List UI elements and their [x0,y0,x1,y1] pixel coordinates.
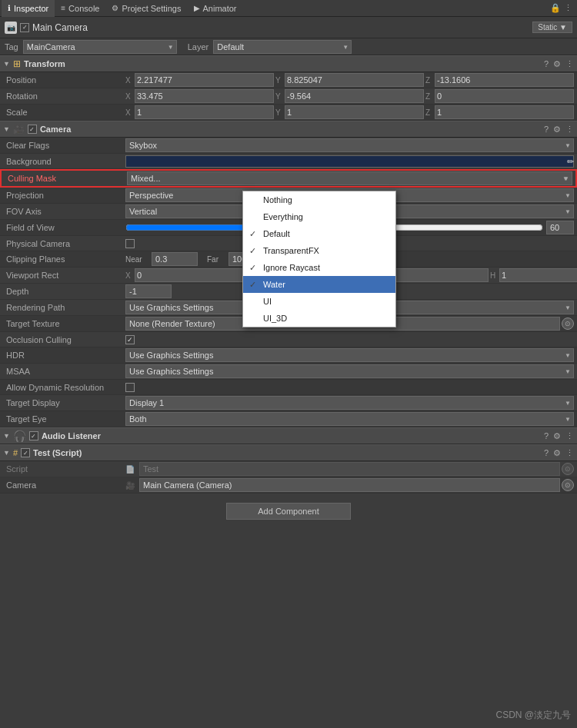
allow-dynamic-checkbox[interactable] [125,383,135,392]
occlusion-culling-checkbox[interactable]: ✓ [125,335,135,344]
script-file-icon: 📄 [125,465,135,474]
test-script-arrow[interactable]: ▼ [3,449,10,457]
object-name: Main Camera [32,22,529,33]
static-button[interactable]: Static ▼ [532,22,572,33]
tab-inspector[interactable]: ℹ Inspector [2,0,55,17]
vp-h-input[interactable] [499,268,577,282]
dropdown-item-ui[interactable]: UI [243,293,395,310]
scale-fields: X Y Z [125,105,574,119]
dropdown-item-ignore-raycast[interactable]: ✓ Ignore Raycast [243,259,395,276]
tab-project-settings-label: Project Settings [122,4,181,13]
transform-menu-icon[interactable]: ⋮ [565,59,574,69]
camera-title: Camera [40,125,541,134]
physical-camera-checkbox[interactable] [125,239,135,248]
clear-flags-select[interactable]: Skybox [125,138,574,152]
test-help-icon[interactable]: ? [544,448,549,458]
hdr-select[interactable]: Use Graphics Settings [125,348,574,362]
audio-listener-actions: ? ⚙ ⋮ [544,431,574,441]
camera-settings-icon[interactable]: ⚙ [553,125,561,135]
dropdown-item-default[interactable]: ✓ Default [243,225,395,242]
msaa-row: MSAA Use Graphics Settings [0,364,577,380]
pos-y-label: Y [275,76,283,85]
scale-x-input[interactable] [135,105,274,119]
script-camera-picker-button[interactable]: ⊙ [562,479,574,491]
msaa-select[interactable]: Use Graphics Settings [125,364,574,378]
dropdown-item-nothing[interactable]: Nothing [243,191,395,208]
audio-listener-enabled-checkbox[interactable]: ✓ [29,431,38,440]
audio-menu-icon[interactable]: ⋮ [565,431,574,441]
camera-menu-icon[interactable]: ⋮ [565,125,574,135]
script-camera-input[interactable] [139,478,560,492]
pos-z-label: Z [425,76,433,85]
pos-z-input[interactable] [435,73,574,87]
depth-input[interactable] [125,284,172,298]
target-texture-label: Target Texture [6,319,125,328]
water-label: Water [263,280,285,289]
add-component-button[interactable]: Add Component [226,503,351,520]
vp-x-input[interactable] [135,268,245,282]
lock-icon[interactable]: 🔒 [550,3,561,13]
test-script-enabled-checkbox[interactable]: ✓ [21,448,30,457]
pos-y-input[interactable] [285,73,424,87]
target-eye-row: Target Eye Both [0,411,577,427]
culling-mask-row: Culling Mask Mixed... ▼ [0,169,577,188]
rot-z-input[interactable] [435,89,574,103]
audio-listener-title: Audio Listener [42,431,541,440]
dropdown-item-transparentfx[interactable]: ✓ TransparentFX [243,242,395,259]
object-active-checkbox[interactable]: ✓ [20,23,29,32]
transform-help-icon[interactable]: ? [544,59,549,69]
target-display-row: Target Display Display 1 [0,395,577,411]
test-menu-icon[interactable]: ⋮ [565,448,574,458]
layer-select[interactable]: Default [213,40,352,54]
clip-near-input[interactable] [152,252,198,266]
tab-inspector-label: Inspector [14,4,48,13]
tab-animator[interactable]: ▶ Animator [188,0,243,17]
fov-number-input[interactable] [546,221,574,234]
target-texture-picker-button[interactable]: ⊙ [562,317,574,330]
hdr-dropdown-wrapper: Use Graphics Settings [125,348,574,362]
scale-x-label: X [125,108,133,117]
transform-arrow[interactable]: ▼ [3,60,10,68]
scale-z-input[interactable] [435,105,574,119]
camera-enabled-checkbox[interactable]: ✓ [28,125,37,134]
target-display-select[interactable]: Display 1 [125,396,574,410]
scale-y-input[interactable] [285,105,424,119]
background-color-picker[interactable] [125,155,574,168]
tag-select[interactable]: MainCamera [23,40,177,54]
test-settings-icon[interactable]: ⚙ [553,448,561,458]
dropdown-item-water[interactable]: ✓ Water [243,276,395,293]
culling-mask-text: Mixed... [131,174,161,183]
script-picker-button[interactable]: ⊙ [562,463,574,475]
add-component-area: Add Component [0,494,577,529]
target-eye-select[interactable]: Both [125,412,574,426]
scale-y-label: Y [275,108,283,117]
audio-listener-section-header: ▼ 🎧 ✓ Audio Listener ? ⚙ ⋮ [0,427,577,444]
audio-settings-icon[interactable]: ⚙ [553,431,561,441]
audio-help-icon[interactable]: ? [544,431,549,441]
tab-console-label: Console [68,4,99,13]
ui-label: UI [263,297,272,306]
rot-x-input[interactable] [135,89,274,103]
tag-label: Tag [5,42,18,52]
position-row: Position X Y Z [0,72,577,88]
culling-mask-popup: Nothing Everything ✓ Default ✓ Transpare… [242,191,396,327]
dropdown-item-ui3d[interactable]: UI_3D [243,310,395,327]
tab-project-settings[interactable]: ⚙ Project Settings [105,0,187,17]
culling-mask-value[interactable]: Mixed... ▼ [127,171,572,185]
background-pencil-icon[interactable]: ✏ [567,156,574,166]
camera-actions: ? ⚙ ⋮ [544,125,574,135]
depth-label: Depth [6,287,125,296]
audio-listener-arrow[interactable]: ▼ [3,432,10,440]
more-icon[interactable]: ⋮ [564,3,572,13]
camera-help-icon[interactable]: ? [544,125,549,135]
clipping-planes-label: Clipping Planes [6,254,125,264]
console-icon: ≡ [61,4,65,12]
pos-x-input[interactable] [135,73,274,87]
dropdown-item-everything[interactable]: Everything [243,208,395,225]
camera-arrow[interactable]: ▼ [3,125,10,133]
transform-settings-icon[interactable]: ⚙ [553,59,561,69]
tab-console[interactable]: ≡ Console [55,0,105,17]
tab-actions: 🔒 ⋮ [550,3,575,13]
rot-y-input[interactable] [285,89,424,103]
script-row: Script 📄 ⊙ [0,461,577,477]
